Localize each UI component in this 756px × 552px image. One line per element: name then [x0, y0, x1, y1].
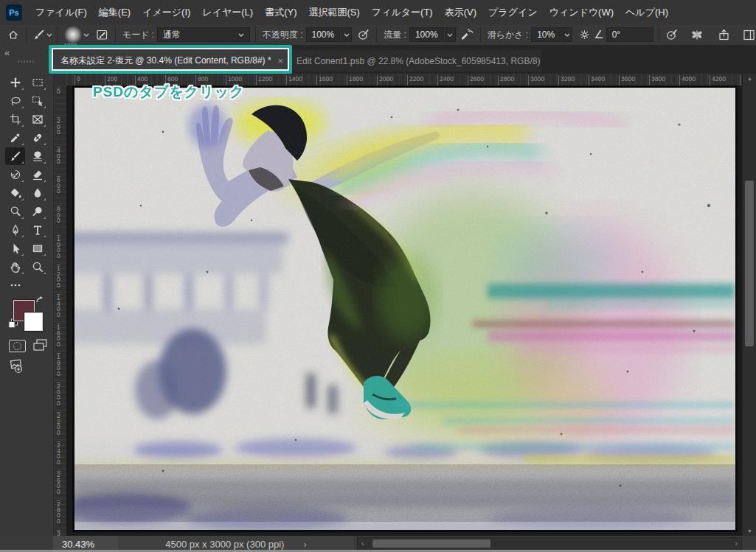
menu-item-1[interactable]: ファイル(F) [30, 6, 93, 19]
brush-angle-field[interactable]: 0° [606, 27, 653, 42]
path-selection-tool[interactable] [5, 240, 25, 257]
menu-item-9[interactable]: プラグイン [482, 6, 544, 19]
dodge-tool[interactable] [5, 203, 25, 220]
h-ruler-label: 1800 [347, 75, 363, 85]
chevron-down-icon[interactable] [46, 33, 52, 37]
v-ruler-label: 0 [57, 88, 60, 95]
ruler-corner[interactable] [53, 74, 67, 86]
frame-tool[interactable] [27, 111, 47, 128]
scroll-left-icon[interactable]: ‹ [361, 539, 364, 548]
pressure-size-icon[interactable] [665, 27, 679, 42]
smoothing-field[interactable]: 10% [531, 27, 561, 42]
menu-item-10[interactable]: ウィンドウ(W) [544, 6, 620, 19]
panel-grip[interactable] [18, 60, 34, 63]
angle-icon: ∠ [594, 28, 603, 41]
scroll-up-icon[interactable]: ▲ [743, 76, 756, 81]
document-tab-1[interactable]: 名称未設定 2-復元 @ 30.4% (Edit Content, RGB/8#… [53, 50, 288, 71]
background-color-swatch[interactable] [24, 312, 43, 331]
menu-bar: Ps ファイル(F)編集(E)イメージ(I)レイヤー(L)書式(Y)選択範囲(S… [0, 0, 756, 25]
tab-close-icon[interactable]: × [278, 55, 284, 66]
v-ruler-label: 3 0 0 0 [57, 530, 60, 536]
swap-colors-icon[interactable] [35, 296, 46, 306]
vertical-scrollbar-thumb[interactable] [745, 181, 754, 346]
menu-item-4[interactable]: レイヤー(L) [196, 6, 259, 19]
blend-mode-dropdown[interactable]: 通常 [157, 27, 250, 42]
opacity-dropdown-button[interactable] [341, 27, 352, 42]
edit-toolbar-ellipsis[interactable] [5, 276, 25, 294]
pen-tool[interactable] [5, 221, 25, 239]
rectangular-marquee-tool[interactable] [27, 74, 47, 91]
canvas-artwork [74, 88, 735, 530]
vertical-ruler[interactable]: 02 0 04 0 06 0 08 0 01 0 0 01 2 0 01 4 0… [55, 85, 67, 536]
status-chevron-icon[interactable]: › [303, 539, 306, 550]
quick-mask-button[interactable] [9, 340, 26, 352]
smoothing-options-gear-icon[interactable] [577, 27, 592, 42]
pressure-opacity-icon[interactable] [356, 27, 371, 42]
menu-item-3[interactable]: イメージ(I) [136, 6, 196, 19]
menu-item-11[interactable]: ヘルプ(H) [620, 6, 674, 19]
v-ruler-label: 1 0 0 0 [57, 235, 60, 259]
eraser-tool[interactable] [27, 166, 47, 184]
paint-bucket-tool[interactable] [5, 184, 25, 202]
tab-label: Edit Conent1.psb @ 22.8% (AdobeStock_605… [296, 56, 540, 66]
horizontal-ruler[interactable]: 0200400600800100012001400160018002000220… [66, 74, 742, 86]
h-ruler-label: 3400 [589, 75, 605, 85]
horizontal-scrollbar-thumb[interactable] [372, 539, 490, 548]
brush-tool[interactable] [5, 147, 25, 165]
airbrush-icon[interactable] [460, 27, 475, 42]
burn-tool[interactable] [27, 203, 47, 220]
home-icon[interactable] [6, 27, 21, 42]
move-tool[interactable] [5, 74, 25, 91]
menu-item-8[interactable]: 表示(V) [439, 6, 482, 19]
horizontal-scrollbar[interactable]: ‹ › [357, 537, 742, 551]
toggle-brush-settings-panel-icon[interactable] [95, 27, 110, 42]
h-ruler-label: 4200 [710, 75, 726, 85]
chevron-down-icon[interactable] [83, 33, 89, 37]
menu-item-7[interactable]: フィルター(T) [366, 6, 439, 19]
photoshop-logo[interactable]: Ps [6, 4, 22, 21]
menu-item-6[interactable]: 選択範囲(S) [303, 6, 366, 19]
opacity-field[interactable]: 100% [306, 27, 341, 42]
mode-label: モード : [122, 29, 154, 41]
v-ruler-label: 1 6 0 0 [57, 324, 60, 347]
menu-item-2[interactable]: 編集(E) [93, 6, 136, 19]
h-ruler-label: 3000 [528, 75, 544, 85]
document-tab-2[interactable]: Edit Conent1.psb @ 22.8% (AdobeStock_605… [289, 50, 541, 71]
collapse-panel-button[interactable]: « [4, 47, 10, 58]
v-ruler-label: 2 2 0 0 [57, 412, 60, 436]
rectangle-tool[interactable] [27, 240, 47, 257]
workspace-icon[interactable] [741, 27, 756, 42]
flow-dropdown-button[interactable] [445, 27, 456, 42]
zoom-tool[interactable] [27, 258, 47, 276]
screen-mode-button[interactable] [32, 338, 49, 352]
menu-item-5[interactable]: 書式(Y) [259, 6, 302, 19]
scroll-down-icon[interactable]: ▼ [743, 528, 756, 534]
brush-preset-picker[interactable]: 1000 [63, 26, 83, 43]
eyedropper-tool[interactable] [5, 129, 25, 147]
vertical-scrollbar[interactable]: ▲ ▼ [742, 74, 756, 536]
hand-tool[interactable] [5, 258, 25, 276]
h-ruler-label: 2200 [407, 75, 423, 85]
clone-stamp-tool[interactable] [27, 147, 47, 165]
capture-graphics-icon[interactable] [7, 359, 25, 375]
share-icon[interactable] [716, 27, 731, 42]
smoothing-dropdown-button[interactable] [561, 27, 572, 42]
h-ruler-label: 2000 [377, 75, 393, 85]
crop-tool[interactable] [5, 111, 25, 128]
type-tool[interactable] [27, 221, 47, 239]
history-brush-tool[interactable] [5, 166, 25, 184]
v-ruler-label: 8 0 0 [57, 206, 60, 224]
tab-label: 名称未設定 2-復元 @ 30.4% (Edit Content, RGB/8#… [60, 55, 271, 67]
v-ruler-label: 2 6 0 0 [57, 471, 60, 495]
object-selection-tool[interactable] [27, 92, 47, 110]
spot-healing-brush-tool[interactable] [27, 129, 47, 147]
flow-field[interactable]: 100% [409, 27, 444, 42]
v-ruler-label: 1 2 0 0 [57, 265, 60, 288]
lasso-tool[interactable] [5, 92, 25, 110]
brush-preview-thumbnail [64, 26, 82, 43]
scroll-right-icon[interactable]: › [735, 539, 738, 548]
blur-tool[interactable] [27, 184, 47, 202]
paint-symmetry-butterfly-icon[interactable] [690, 27, 704, 42]
document-canvas[interactable] [74, 88, 735, 530]
brush-tool-preset-icon[interactable] [32, 27, 46, 42]
